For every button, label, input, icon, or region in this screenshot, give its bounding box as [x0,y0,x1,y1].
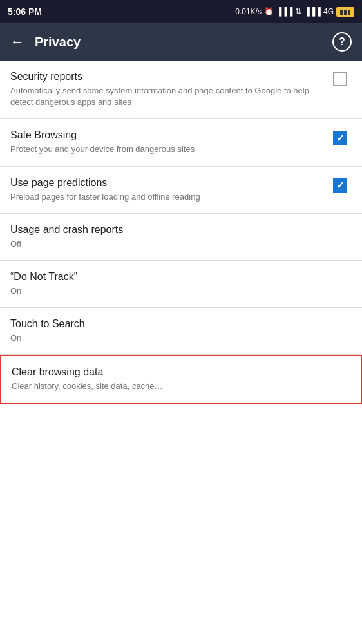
usage-crash-title: Usage and crash reports [10,224,318,236]
signal-icon-2: ▐▐▐ [304,7,321,16]
security-reports-subtitle: Automatically send some system informati… [10,85,318,108]
do-not-track-subtitle: On [10,285,318,297]
clear-browsing-title: Clear browsing data [12,366,317,378]
safe-browsing-subtitle: Protect you and your device from dangero… [10,144,318,155]
touch-to-search-title: Touch to Search [10,318,318,330]
safe-browsing-control[interactable] [329,131,352,145]
do-not-track-title: “Do Not Track” [10,271,318,283]
settings-item-security-reports[interactable]: Security reports Automatically send some… [0,61,362,119]
usage-crash-subtitle: Off [10,238,318,250]
safe-browsing-checkbox[interactable] [333,131,347,145]
settings-item-usage-crash[interactable]: Usage and crash reports Off [0,214,362,261]
app-bar: ← Privacy ? [0,23,362,61]
page-title: Privacy [35,35,81,50]
network-speed: 0.01K/s [235,7,262,16]
page-predictions-checkbox[interactable] [333,178,347,193]
settings-item-page-predictions[interactable]: Use page predictions Preload pages for f… [0,167,362,214]
settings-item-safe-browsing[interactable]: Safe Browsing Protect you and your devic… [0,119,362,166]
touch-to-search-subtitle: On [10,332,318,344]
settings-item-touch-to-search[interactable]: Touch to Search On [0,308,362,355]
arrows-icon: ⇅ [295,7,301,16]
security-reports-checkbox[interactable] [333,72,347,86]
app-bar-left: ← Privacy [10,33,81,50]
touch-to-search-text: Touch to Search On [10,318,329,344]
network-type: 4G [323,7,334,16]
page-predictions-control[interactable] [329,178,352,193]
signal-icon: ▐▐▐ [276,7,293,16]
alarm-icon: ⏰ [264,7,274,16]
security-reports-text: Security reports Automatically send some… [10,71,329,108]
page-predictions-subtitle: Preload pages for faster loading and off… [10,191,318,203]
back-button[interactable]: ← [10,33,24,50]
security-reports-control[interactable] [329,72,352,86]
safe-browsing-title: Safe Browsing [10,129,318,141]
settings-item-do-not-track[interactable]: “Do Not Track” On [0,261,362,308]
status-time: 5:06 PM [8,6,42,17]
status-bar: 5:06 PM 0.01K/s ⏰ ▐▐▐ ⇅ ▐▐▐ 4G ▮▮▮ [0,0,362,23]
safe-browsing-text: Safe Browsing Protect you and your devic… [10,129,329,155]
usage-crash-text: Usage and crash reports Off [10,224,329,250]
clear-browsing-text: Clear browsing data Clear history, cooki… [12,366,327,392]
do-not-track-text: “Do Not Track” On [10,271,329,297]
status-right: 0.01K/s ⏰ ▐▐▐ ⇅ ▐▐▐ 4G ▮▮▮ [235,7,354,17]
settings-item-clear-browsing[interactable]: Clear browsing data Clear history, cooki… [0,355,362,404]
clear-browsing-subtitle: Clear history, cookies, site data, cache… [12,381,317,392]
page-predictions-title: Use page predictions [10,177,318,189]
settings-list: Security reports Automatically send some… [0,61,362,404]
battery-icon: ▮▮▮ [336,7,354,17]
help-button[interactable]: ? [332,32,352,52]
security-reports-title: Security reports [10,71,318,82]
page-predictions-text: Use page predictions Preload pages for f… [10,177,329,203]
